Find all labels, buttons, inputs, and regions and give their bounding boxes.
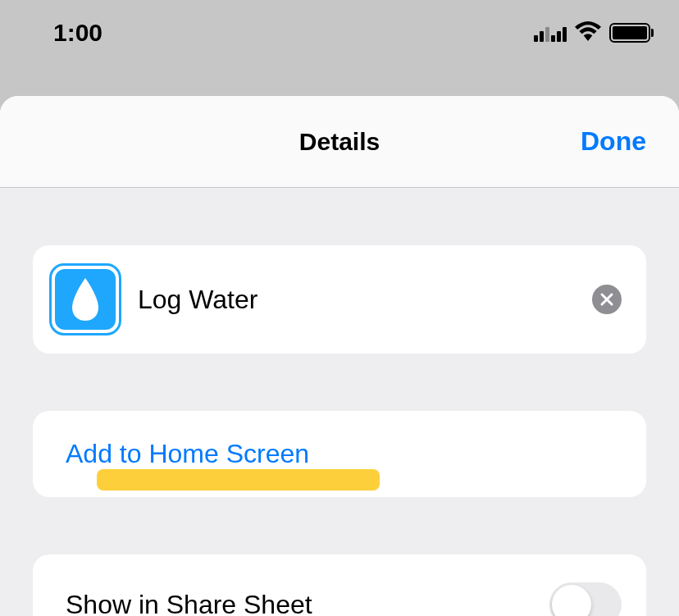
share-sheet-row: Show in Share Sheet	[33, 554, 646, 616]
wifi-icon	[575, 21, 601, 44]
status-icons	[534, 21, 650, 44]
share-sheet-toggle[interactable]	[549, 582, 622, 616]
add-to-home-button[interactable]: Add to Home Screen	[33, 411, 646, 497]
share-sheet-card: Show in Share Sheet	[33, 554, 646, 616]
toggle-knob	[552, 585, 591, 616]
nav-bar: Details Done	[0, 96, 679, 188]
close-icon	[599, 292, 614, 307]
status-time: 1:00	[53, 19, 103, 47]
done-button[interactable]: Done	[581, 126, 646, 157]
add-to-home-label: Add to Home Screen	[66, 439, 613, 469]
add-home-card: Add to Home Screen	[33, 411, 646, 497]
page-title: Details	[299, 128, 380, 156]
battery-icon	[609, 23, 650, 43]
shortcut-icon-button[interactable]	[49, 263, 121, 335]
shortcut-card: Log Water	[33, 245, 646, 354]
shortcut-row[interactable]: Log Water	[33, 245, 646, 354]
share-sheet-label: Show in Share Sheet	[66, 590, 312, 617]
water-drop-icon	[55, 269, 116, 330]
shortcut-name-field[interactable]: Log Water	[138, 285, 576, 315]
highlight-annotation	[97, 469, 380, 491]
clear-name-button[interactable]	[592, 285, 622, 314]
details-sheet: Details Done Log Water	[0, 96, 679, 616]
status-bar: 1:00	[0, 0, 679, 74]
sheet-content: Log Water Add to Home Screen Show in Sha…	[0, 188, 679, 616]
cellular-icon	[534, 24, 567, 42]
